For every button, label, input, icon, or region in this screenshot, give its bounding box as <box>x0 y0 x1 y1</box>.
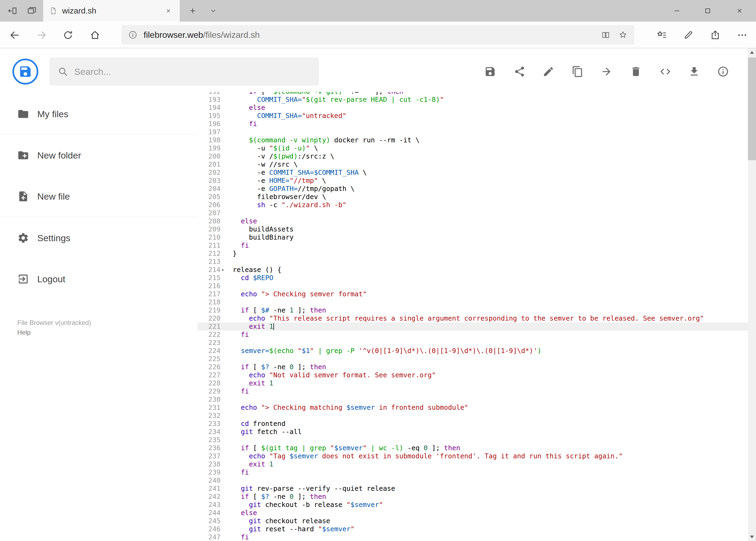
sidebar-item-new-file[interactable]: New file <box>0 183 197 210</box>
code-line-206[interactable]: 206 sh -c "./wizard.sh -b" <box>197 201 748 209</box>
code-line-201[interactable]: 201 -w //src \ <box>197 161 748 169</box>
app-logo[interactable] <box>12 59 38 85</box>
code-line-245[interactable]: 245 git checkout release <box>197 517 748 525</box>
sidebar-item-logout[interactable]: Logout <box>0 266 197 292</box>
move-button[interactable] <box>598 63 615 80</box>
code-line-247[interactable]: 247 fi <box>197 533 748 541</box>
code-line-232[interactable]: 232 <box>197 412 748 420</box>
code-line-226[interactable]: 226 if [ $? -ne 0 ]; then <box>197 363 748 371</box>
minimize-button[interactable] <box>665 0 689 22</box>
scrollbar-thumb[interactable] <box>748 58 756 160</box>
rename-button[interactable] <box>540 63 557 80</box>
delete-button[interactable] <box>627 63 644 80</box>
more-button[interactable] <box>734 26 751 44</box>
code-line-229[interactable]: 229 fi <box>197 387 748 395</box>
download-button[interactable] <box>685 63 703 80</box>
tabs-preview-button[interactable] <box>25 4 39 18</box>
code-line-231[interactable]: 231 echo "> Checking matching $semver in… <box>197 403 748 412</box>
code-line-222[interactable]: 222 fi <box>197 330 748 339</box>
code-line-210[interactable]: 210 buildBinary <box>197 234 748 242</box>
reading-view-button[interactable] <box>599 28 612 41</box>
code-line-207[interactable]: 207 <box>197 209 748 217</box>
tab-list-button[interactable] <box>206 4 220 18</box>
code-line-221[interactable]: 221 exit 1 <box>197 322 748 330</box>
maximize-button[interactable] <box>695 0 720 22</box>
home-button[interactable] <box>86 26 104 44</box>
info-icon[interactable] <box>126 28 139 41</box>
sidebar-item-my-files[interactable]: My files <box>0 101 197 128</box>
save-button[interactable] <box>481 63 499 80</box>
code-line-208[interactable]: 208 else <box>197 217 748 225</box>
code-line-235[interactable]: 235 <box>197 436 748 444</box>
tab-close-button[interactable] <box>163 5 174 16</box>
sidebar-item-new-folder[interactable]: New folder <box>0 142 197 169</box>
sidebar-item-settings[interactable]: Settings <box>0 225 197 252</box>
fold-open-marker-icon[interactable]: ▾ <box>220 266 227 274</box>
scroll-down-arrow[interactable] <box>748 533 756 541</box>
code-line-214[interactable]: 214▾release () { <box>197 266 748 274</box>
code-line-217[interactable]: 217 echo "> Checking semver format" <box>197 290 748 298</box>
hub-button[interactable] <box>653 26 670 44</box>
share-button[interactable] <box>707 26 724 44</box>
search-input[interactable] <box>74 66 311 77</box>
code-line-219[interactable]: 219 if [ $# -ne 1 ]; then <box>197 306 748 314</box>
code-line-211[interactable]: 211 fi <box>197 242 748 250</box>
address-bar[interactable]: filebrowser.web/files/wizard.sh <box>122 25 634 45</box>
search-box[interactable] <box>50 58 319 85</box>
code-line-234[interactable]: 234 git fetch --all <box>197 428 748 436</box>
set-tabs-aside-button[interactable] <box>5 4 19 18</box>
code-editor[interactable]: 192 if [ "$(command -v git)" != "" ]; th… <box>197 92 748 541</box>
code-view-button[interactable] <box>657 63 674 80</box>
code-line-225[interactable]: 225 <box>197 355 748 363</box>
scroll-up-arrow[interactable] <box>748 48 756 56</box>
code-line-213[interactable]: 213 <box>197 258 748 266</box>
window-close-button[interactable] <box>727 0 752 22</box>
code-line-244[interactable]: 244 else <box>197 509 748 517</box>
code-line-246[interactable]: 246 git reset --hard "$semver" <box>197 525 748 533</box>
code-line-237[interactable]: 237 echo "Tag $semver does not exist in … <box>197 452 748 460</box>
code-line-193[interactable]: 193 COMMIT_SHA="$(git rev-parse HEAD | c… <box>197 96 748 104</box>
share-file-button[interactable] <box>511 63 528 80</box>
code-line-212[interactable]: 212} <box>197 250 748 258</box>
code-line-195[interactable]: 195 COMMIT_SHA="untracked" <box>197 112 748 120</box>
code-line-223[interactable]: 223 <box>197 339 748 347</box>
code-line-215[interactable]: 215 cd $REPO <box>197 274 748 282</box>
code-line-243[interactable]: 243 git checkout -b release "$semver" <box>197 501 748 509</box>
code-line-220[interactable]: 220 echo "This release script requires a… <box>197 314 748 322</box>
info-button[interactable] <box>714 63 732 80</box>
code-line-192[interactable]: 192 if [ "$(command -v git)" != "" ]; th… <box>197 92 748 96</box>
forward-button[interactable] <box>33 26 50 44</box>
code-line-205[interactable]: 205 filebrowser/dev \ <box>197 193 748 201</box>
favorite-star-button[interactable] <box>617 28 630 41</box>
code-line-240[interactable]: 240 <box>197 476 748 485</box>
back-button[interactable] <box>6 26 23 44</box>
code-line-200[interactable]: 200 -v /$(pwd):/src:z \ <box>197 152 748 161</box>
code-line-233[interactable]: 233 cd frontend <box>197 420 748 428</box>
code-line-224[interactable]: 224 semver=$(echo "$1" | grep -P '^v(0|[… <box>197 347 748 355</box>
page-scrollbar[interactable] <box>748 48 756 541</box>
code-line-238[interactable]: 238 exit 1 <box>197 460 748 468</box>
code-line-203[interactable]: 203 -e HOME="//tmp" \ <box>197 177 748 185</box>
code-line-242[interactable]: 242 if [ $? -ne 0 ]; then <box>197 493 748 501</box>
code-line-204[interactable]: 204 -e GOPATH=//tmp/gopath \ <box>197 185 748 193</box>
code-line-239[interactable]: 239 fi <box>197 468 748 476</box>
code-line-194[interactable]: 194 else <box>197 104 748 112</box>
web-note-button[interactable] <box>680 26 697 44</box>
code-line-209[interactable]: 209 buildAssets <box>197 225 748 234</box>
code-line-236[interactable]: 236 if [ $(git tag | grep "$semver" | wc… <box>197 444 748 452</box>
code-line-199[interactable]: 199 -u "$(id -u)" \ <box>197 144 748 152</box>
new-tab-button[interactable] <box>186 4 200 18</box>
refresh-button[interactable] <box>59 26 77 44</box>
code-line-241[interactable]: 241 git rev-parse --verify --quiet relea… <box>197 485 748 493</box>
code-line-218[interactable]: 218 <box>197 298 748 306</box>
copy-button[interactable] <box>569 63 586 80</box>
code-line-230[interactable]: 230 <box>197 395 748 403</box>
code-line-198[interactable]: 198 $(command -v winpty) docker run --rm… <box>197 136 748 144</box>
code-line-228[interactable]: 228 exit 1 <box>197 379 748 387</box>
code-line-196[interactable]: 196 fi <box>197 120 748 128</box>
code-line-197[interactable]: 197 <box>197 128 748 136</box>
code-line-227[interactable]: 227 echo "Not valid semver format. See s… <box>197 371 748 379</box>
code-line-216[interactable]: 216 <box>197 282 748 290</box>
browser-tab[interactable]: wizard.sh <box>43 0 180 22</box>
help-link[interactable]: Help <box>17 329 31 336</box>
